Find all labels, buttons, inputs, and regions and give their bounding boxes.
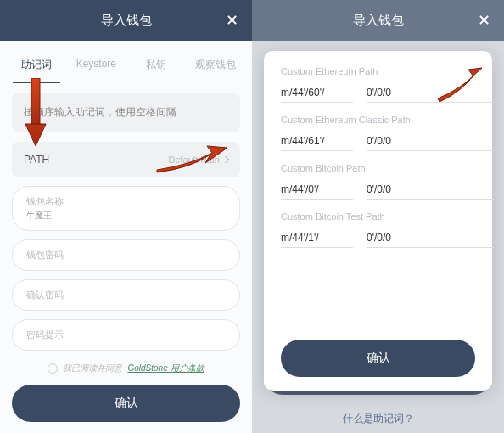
confirm-button[interactable]: 确认 [12, 385, 240, 422]
tabs: 助记词 Keystore 私钥 观察钱包 [0, 48, 252, 83]
path-row[interactable]: PATH Default Path [12, 142, 240, 177]
repeat-password-field[interactable]: 确认密码 [12, 279, 240, 311]
tab-watch[interactable]: 观察钱包 [186, 48, 245, 82]
header: 导入钱包 ✕ [252, 0, 504, 41]
chevron-right-icon [222, 156, 229, 163]
path-group-ethereum: Custom Ethereum Path [281, 66, 475, 103]
right-panel: 导入钱包 ✕ 助记词 Keystore 私钥 观察钱包 确认 什么是助记词？ C… [252, 0, 504, 433]
path-suffix-input[interactable] [367, 132, 494, 151]
path-prefix-input[interactable] [281, 132, 353, 151]
confirm-button[interactable]: 确认 [281, 340, 475, 377]
header: 导入钱包 ✕ [0, 0, 252, 41]
password-hint-field[interactable]: 密码提示 [12, 319, 240, 351]
path-group-bitcoin-test: Custom Bitcoin Test Path [281, 211, 475, 248]
mnemonic-input[interactable]: 按顺序输入助记词，使用空格间隔 [12, 93, 240, 132]
terms-row[interactable]: 我已阅读并同意 GoldStone 用户条款 [12, 363, 240, 374]
path-prefix-input[interactable] [281, 180, 353, 200]
tab-keystore[interactable]: Keystore [66, 48, 126, 82]
path-group-bitcoin: Custom Bitcoin Path [281, 163, 475, 200]
path-suffix-input[interactable] [367, 228, 494, 248]
path-suffix-input[interactable] [367, 180, 494, 200]
close-icon[interactable]: ✕ [221, 10, 242, 31]
close-icon[interactable]: ✕ [473, 10, 494, 31]
terms-link[interactable]: GoldStone 用户条款 [127, 363, 204, 374]
path-value: Default Path [168, 155, 228, 165]
left-panel: 导入钱包 ✕ 助记词 Keystore 私钥 观察钱包 按顺序输入助记词，使用空… [0, 0, 252, 433]
path-group-etc: Custom Ethereum Classic Path [281, 115, 475, 151]
radio-icon[interactable] [48, 363, 58, 374]
header-title: 导入钱包 [353, 13, 404, 29]
tab-mnemonic[interactable]: 助记词 [7, 48, 66, 82]
wallet-name-field[interactable]: 钱包名称 牛魔王 [12, 186, 240, 231]
footer-link[interactable]: 什么是助记词？ [252, 412, 504, 426]
header-title: 导入钱包 [101, 13, 152, 29]
tab-privatekey[interactable]: 私钥 [126, 48, 186, 82]
path-prefix-input[interactable] [281, 83, 353, 103]
footer-link[interactable]: 什么是助记词？ [12, 422, 240, 433]
path-modal: Custom Ethereum Path Custom Ethereum Cla… [264, 51, 492, 391]
wallet-password-field[interactable]: 钱包密码 [12, 239, 240, 271]
content: 按顺序输入助记词，使用空格间隔 PATH Default Path 钱包名称 牛… [0, 83, 252, 433]
path-suffix-input[interactable] [367, 83, 494, 103]
path-label: PATH [24, 154, 49, 166]
path-prefix-input[interactable] [281, 228, 353, 248]
